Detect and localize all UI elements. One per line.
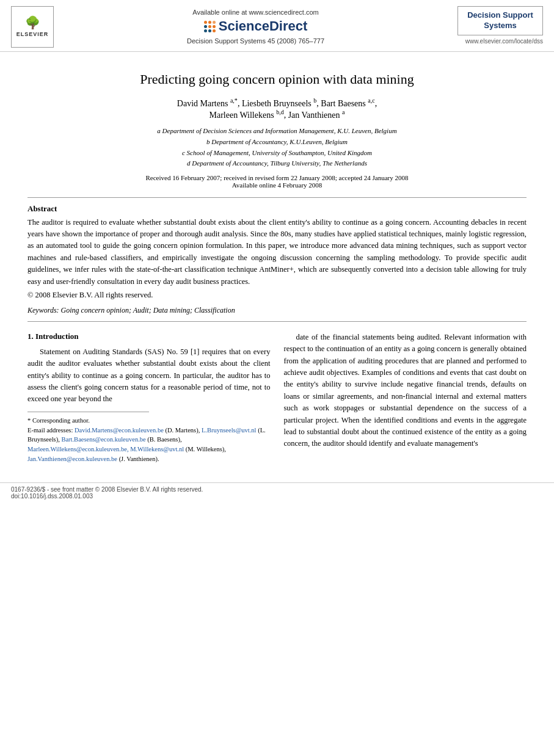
keywords: Keywords: Going concern opinion; Audit; … [27,306,527,315]
journal-info: Decision Support Systems 45 (2008) 765–7… [187,37,324,45]
journal-url: www.elsevier.com/locate/dss [465,38,543,45]
footnote-divider [27,412,149,412]
footnote-corresponding: * Corresponding author. [27,416,271,426]
col-right-text: date of the financial statements being a… [284,332,527,450]
elsevier-tree-icon: 🌳 [25,16,40,29]
email1-link[interactable]: David.Martens@econ.kuleuven.be [75,427,164,434]
header: 🌳 ELSEVIER Available online at www.scien… [0,0,554,52]
affiliation-b: b Department of Accountancy, K.U.Leuven,… [206,138,348,145]
email-label: E-mail addresses: [27,427,73,434]
issn-text: 0167-9236/$ - see front matter © 2008 El… [11,486,203,493]
elsevier-logo: 🌳 ELSEVIER [11,6,60,48]
abstract-title: Abstract [27,204,527,214]
intro-para-2: date of the financial statements being a… [284,332,527,450]
sd-dot-8 [208,29,211,32]
sd-dot-6 [213,25,216,28]
available-online-text: Available online at www.sciencedirect.co… [192,9,318,16]
footnote-emails-2: Marleen.Willekens@econ.kuleuven.be, M.Wi… [27,445,271,464]
abstract-body: The auditor is required to evaluate whet… [27,218,527,286]
paper-title: Predicting going concern opinion with da… [27,71,527,87]
email5-name: (M. Willekens), [186,446,226,453]
intro-para-1: Statement on Auditing Standards (SAS) No… [27,346,271,405]
col-left-text: Statement on Auditing Standards (SAS) No… [27,346,271,405]
sd-dot-4 [204,25,207,28]
authors: David Martens a,*, Liesbeth Bruynseels b… [27,97,527,120]
col-left: 1. Introduction Statement on Auditing St… [27,332,271,464]
copyright: © 2008 Elsevier B.V. All rights reserved… [27,291,527,300]
sd-dot-5 [208,25,211,28]
sciencedirect-wordmark: ScienceDirect [219,18,308,34]
journal-name-box: Decision Support Systems [457,6,543,35]
affiliation-a: a Department of Decision Sciences and In… [157,127,396,134]
sd-dot-9 [213,29,216,32]
email6-link[interactable]: Jan.Vanthienen@econ.kuleuven.be [27,456,117,462]
email4-link[interactable]: Marleen.Willekens@econ.kuleuven.be, [27,446,129,453]
keywords-text: Going concern opinion; Audit; Data minin… [61,306,235,314]
received-date: Received 16 February 2007; received in r… [145,174,408,181]
affiliations: a Department of Decision Sciences and In… [27,126,527,169]
sd-dot-7 [204,29,207,32]
sd-dot-1 [204,21,207,24]
title-section: Predicting going concern opinion with da… [27,71,527,189]
bottom-bar: 0167-9236/$ - see front matter © 2008 El… [0,482,554,503]
affiliation-d: d Department of Accountancy, Tilburg Uni… [187,159,367,167]
title-divider [27,197,527,198]
sd-dot-2 [208,21,211,24]
email2-link[interactable]: L.Bruynseels@uvt.nl [202,427,257,434]
abstract-divider [27,321,527,322]
email6-name: (J. Vanthienen). [119,456,159,462]
page: 🌳 ELSEVIER Available online at www.scien… [0,0,554,756]
keywords-label: Keywords: [27,306,59,314]
received-info: Received 16 February 2007; received in r… [27,174,527,189]
abstract-text: The auditor is required to evaluate whet… [27,217,527,288]
sd-dot-3 [213,21,216,24]
abstract-section: Abstract The auditor is required to eval… [27,204,527,300]
main-content: Predicting going concern opinion with da… [0,52,554,470]
doi-text: doi:10.1016/j.dss.2008.01.003 [11,493,93,500]
email3-link[interactable]: Bart.Baesens@econ.kuleuven.be [61,436,145,443]
email1-name: (D. Martens), [165,427,200,434]
two-column-section: 1. Introduction Statement on Auditing St… [27,332,527,464]
available-date: Available online 4 February 2008 [232,181,323,189]
sd-dots-icon [204,21,216,32]
email3-name: (B. Baesens), [147,436,181,443]
footnote-emails: E-mail addresses: David.Martens@econ.kul… [27,426,271,445]
elsevier-wordmark: ELSEVIER [16,31,49,37]
email5-link[interactable]: M.Willekens@uvt.nl [130,446,184,453]
header-center: Available online at www.sciencedirect.co… [60,6,451,45]
col-right: date of the financial statements being a… [284,332,527,464]
footnote-section: * Corresponding author. E-mail addresses… [27,416,271,464]
sciencedirect-logo: ScienceDirect [204,18,308,34]
section1-title: 1. Introduction [27,332,271,341]
affiliation-c: c School of Management, University of So… [182,149,372,156]
